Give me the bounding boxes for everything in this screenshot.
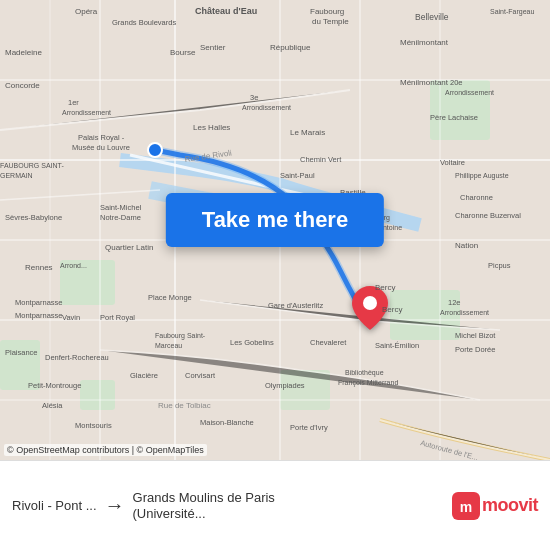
- svg-text:Madeleine: Madeleine: [5, 48, 42, 57]
- svg-text:Père Lachaise: Père Lachaise: [430, 113, 478, 122]
- svg-text:Sentier: Sentier: [200, 43, 226, 52]
- moovit-icon: m: [452, 492, 480, 520]
- svg-text:Ménilmontant: Ménilmontant: [400, 78, 449, 87]
- svg-text:Faubourg Saint-: Faubourg Saint-: [155, 332, 206, 340]
- svg-text:Arrond...: Arrond...: [60, 262, 87, 269]
- svg-text:m: m: [460, 499, 472, 515]
- svg-text:Porte Dorée: Porte Dorée: [455, 345, 495, 354]
- svg-point-18: [148, 143, 162, 157]
- svg-text:20e: 20e: [450, 78, 463, 87]
- svg-text:Picpus: Picpus: [488, 261, 511, 270]
- svg-text:Place Monge: Place Monge: [148, 293, 192, 302]
- svg-text:Denfert-Rochereau: Denfert-Rochereau: [45, 353, 109, 362]
- svg-text:Charonne: Charonne: [455, 211, 488, 220]
- svg-text:du Temple: du Temple: [312, 17, 349, 26]
- svg-text:Saint-Fargeau: Saint-Fargeau: [490, 8, 534, 16]
- svg-text:Alésia: Alésia: [42, 401, 63, 410]
- svg-text:Ménilmontant: Ménilmontant: [400, 38, 449, 47]
- svg-text:Opéra: Opéra: [75, 7, 98, 16]
- svg-text:Montsouris: Montsouris: [75, 421, 112, 430]
- origin-label: Rivoli - Pont ...: [12, 498, 97, 514]
- svg-text:3e: 3e: [250, 93, 258, 102]
- svg-text:Quartier Latin: Quartier Latin: [105, 243, 153, 252]
- map-container: Château d'Eau Opéra Grands Boulevards Fa…: [0, 0, 550, 460]
- svg-text:République: République: [270, 43, 311, 52]
- svg-text:GERMAIN: GERMAIN: [0, 172, 33, 179]
- svg-text:Marceau: Marceau: [155, 342, 182, 349]
- moovit-logo: m moovit: [452, 492, 538, 520]
- svg-text:Sèvres-Babylone: Sèvres-Babylone: [5, 213, 62, 222]
- bottom-bar: Rivoli - Pont ... → Grands Moulins de Pa…: [0, 460, 550, 550]
- svg-text:Chevaleret: Chevaleret: [310, 338, 347, 347]
- svg-text:Arrondissement: Arrondissement: [242, 104, 291, 111]
- svg-text:Glacière: Glacière: [130, 371, 158, 380]
- svg-text:Saint-Paul: Saint-Paul: [280, 171, 315, 180]
- svg-text:Porte d'Ivry: Porte d'Ivry: [290, 423, 328, 432]
- svg-text:Les Gobelins: Les Gobelins: [230, 338, 274, 347]
- svg-text:Michel Bizot: Michel Bizot: [455, 331, 496, 340]
- svg-text:Voltaire: Voltaire: [440, 158, 465, 167]
- take-me-there-button[interactable]: Take me there: [166, 193, 384, 247]
- svg-text:Gare d'Austerlitz: Gare d'Austerlitz: [268, 301, 323, 310]
- svg-text:Arrondissement: Arrondissement: [62, 109, 111, 116]
- svg-text:Saint-Émilion: Saint-Émilion: [375, 341, 419, 350]
- svg-text:Plaisance: Plaisance: [5, 348, 38, 357]
- svg-text:Nation: Nation: [455, 241, 478, 250]
- arrow-icon: →: [105, 494, 125, 517]
- svg-text:Bercy: Bercy: [382, 305, 402, 314]
- svg-text:Olympiades: Olympiades: [265, 381, 305, 390]
- svg-text:Concorde: Concorde: [5, 81, 40, 90]
- svg-text:Château d'Eau: Château d'Eau: [195, 6, 257, 16]
- svg-text:Bibliothèque: Bibliothèque: [345, 369, 384, 377]
- map-attribution: © OpenStreetMap contributors | © OpenMap…: [4, 444, 207, 456]
- svg-text:Belleville: Belleville: [415, 12, 449, 22]
- svg-text:Grands Boulevards: Grands Boulevards: [112, 18, 176, 27]
- route-info: Rivoli - Pont ... → Grands Moulins de Pa…: [12, 490, 452, 521]
- svg-point-19: [363, 296, 377, 310]
- svg-text:1er: 1er: [68, 98, 79, 107]
- svg-text:12e: 12e: [448, 298, 461, 307]
- svg-text:Musée du Louvre: Musée du Louvre: [72, 143, 130, 152]
- svg-text:Rennes: Rennes: [25, 263, 53, 272]
- svg-text:Saint-Michel: Saint-Michel: [100, 203, 142, 212]
- svg-text:Bercy: Bercy: [375, 283, 395, 292]
- moovit-text: moovit: [482, 495, 538, 516]
- destination-label: Grands Moulins de Paris (Université...: [133, 490, 333, 521]
- svg-text:Les Halles: Les Halles: [193, 123, 230, 132]
- svg-text:Corvisart: Corvisart: [185, 371, 216, 380]
- svg-text:Le Marais: Le Marais: [290, 128, 325, 137]
- svg-text:Phillippe Auguste: Phillippe Auguste: [455, 172, 509, 180]
- svg-text:Arrondissement: Arrondissement: [440, 309, 489, 316]
- svg-text:Port Royal: Port Royal: [100, 313, 135, 322]
- svg-text:Chemin Vert: Chemin Vert: [300, 155, 342, 164]
- svg-text:Palais Royal -: Palais Royal -: [78, 133, 125, 142]
- svg-text:François Mitterrand: François Mitterrand: [338, 379, 398, 387]
- svg-text:Charonne: Charonne: [460, 193, 493, 202]
- svg-text:Bourse: Bourse: [170, 48, 196, 57]
- svg-text:Notre-Dame: Notre-Dame: [100, 213, 141, 222]
- svg-text:Petit-Montrouge: Petit-Montrouge: [28, 381, 81, 390]
- svg-text:Faubourg: Faubourg: [310, 7, 344, 16]
- svg-text:Montparnasse: Montparnasse: [15, 298, 63, 307]
- svg-text:Arrondissement: Arrondissement: [445, 89, 494, 96]
- svg-text:Vavin: Vavin: [62, 313, 80, 322]
- svg-text:Maison-Blanche: Maison-Blanche: [200, 418, 254, 427]
- svg-text:FAUBOURG SAINT-: FAUBOURG SAINT-: [0, 162, 64, 169]
- svg-text:Buzenval: Buzenval: [490, 211, 521, 220]
- svg-text:Montparnasse: Montparnasse: [15, 311, 63, 320]
- svg-text:Rue de Tolbiac: Rue de Tolbiac: [158, 401, 211, 410]
- svg-rect-5: [80, 380, 115, 410]
